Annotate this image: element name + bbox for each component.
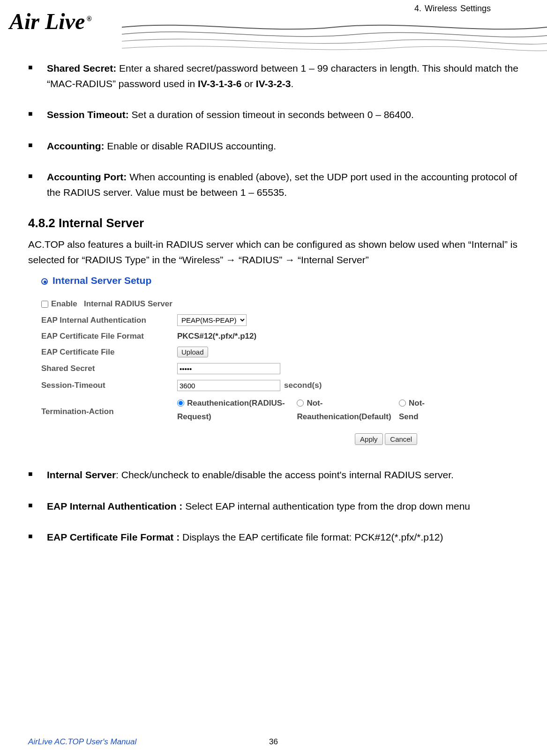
bullet-text: Select EAP internal authentication type … [182,501,470,511]
term-radio-notreauth-label: Not-Reauthenication(Default) [297,399,391,421]
bullet-internal-server: Internal Server: Check/uncheck to enable… [47,467,519,483]
bullet-eap-auth: EAP Internal Authentication : Select EAP… [47,499,519,514]
bullet-label: Accounting: [47,141,104,151]
page-footer: AirLive AC.TOP User's Manual 36 [28,737,519,747]
eap-fmt-value: PKCS#12(*.pfx/*.p12) [177,332,256,341]
intro-paragraph: AC.TOP also features a built-in RADIUS s… [28,237,519,267]
airlive-logo: Air Live [9,8,92,34]
secret-label: Shared Secret [41,364,177,373]
internal-server-setup-panel: Internal Server Setup Enable Internal RA… [28,272,436,445]
bullet-label: Accounting Port: [47,171,127,182]
term-radio-notsend[interactable] [399,400,406,407]
enable-row: Enable Internal RADIUS Server [41,296,436,311]
section-heading: 4.8.2 Internal Server [28,216,519,230]
page-number: 36 [269,737,278,747]
manual-title: AirLive AC.TOP User's Manual [28,737,136,747]
panel-title: Internal Server Setup [41,275,436,286]
bullet-label: EAP Internal Authentication : [47,501,182,511]
bullet-eap-fmt: EAP Certificate File Format : Displays t… [47,530,519,545]
bullet-text: : Check/uncheck to enable/disable the ac… [116,469,454,480]
enable-label-after: Internal RADIUS Server [77,299,172,309]
bullet-text: Enable or disable RADIUS accounting. [104,141,276,151]
eap-auth-label: EAP Internal Authentication [41,316,177,325]
shared-secret-input[interactable] [177,363,280,374]
timeout-label: Session-Timeout [41,381,177,390]
term-radio-notreauth[interactable] [297,400,304,407]
radio-bullet-icon [41,278,48,285]
header-decorative-swirls [122,18,547,60]
eap-auth-select[interactable]: PEAP(MS-PEAP) [177,314,247,326]
session-timeout-input[interactable] [177,380,280,391]
bullet-accounting-port: Accounting Port: When accounting is enab… [47,170,519,200]
termination-label: Termination-Action [41,397,177,416]
timeout-unit: second(s) [284,381,322,390]
term-radio-reauth[interactable] [177,400,184,407]
bullet-label: Shared Secret: [47,63,116,74]
eap-fmt-label: EAP Certificate File Format [41,332,177,341]
bullet-label: EAP Certificate File Format : [47,532,180,542]
page-header: 4. Wireless Settings Air Live [0,0,547,61]
enable-label-before: Enable [51,299,77,309]
term-radio-reauth-label: Reauthenication(RADIUS-Request) [177,399,285,421]
eap-file-label: EAP Certificate File [41,348,177,357]
bullet-shared-secret: Shared Secret: Enter a shared secret/pas… [47,61,519,91]
upload-button[interactable]: Upload [177,347,208,357]
bullet-label: Internal Server [47,469,116,480]
bottom-bullet-list: Internal Server: Check/uncheck to enable… [28,467,519,545]
cancel-button[interactable]: Cancel [385,433,417,445]
bullet-accounting: Accounting: Enable or disable RADIUS acc… [47,139,519,154]
chapter-label: 4. Wireless Settings [414,4,491,14]
bullet-text: Displays the EAP certificate file format… [180,532,443,542]
ref-2: IV-3-2-3 [256,78,291,89]
bullet-tail: . [291,78,294,89]
apply-button[interactable]: Apply [355,433,383,445]
bullet-mid: or [241,78,255,89]
enable-checkbox[interactable] [41,301,48,308]
ref-1: IV-3-1-3-6 [198,78,241,89]
bullet-label: Session Timeout: [47,109,129,120]
bullet-session-timeout: Session Timeout: Set a duration of sessi… [47,107,519,123]
panel-title-text: Internal Server Setup [52,275,151,286]
top-bullet-list: Shared Secret: Enter a shared secret/pas… [28,61,519,200]
bullet-text: Set a duration of session timeout in sec… [129,109,414,120]
